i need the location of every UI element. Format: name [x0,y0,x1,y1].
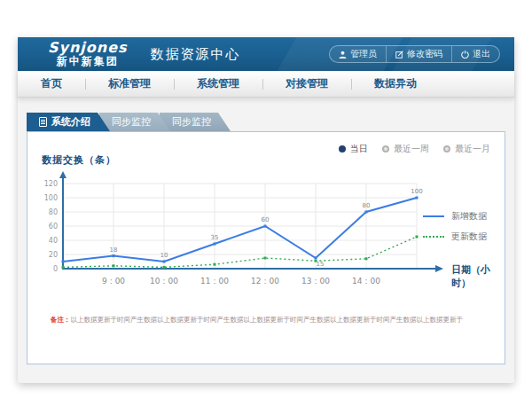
power-icon [461,51,469,59]
app-header: Synjones 新中新集团 数据资源中心 管理员 修改密码 退出 [18,37,514,71]
svg-text:12：00: 12：00 [251,277,279,286]
user-icon [339,51,347,59]
time-range-filter: 当日 最近一周 最近一月 [339,143,490,155]
main-nav: 首页 标准管理 系统管理 对接管理 数据异动 [18,71,514,98]
svg-text:60: 60 [262,216,270,223]
svg-text:13：00: 13：00 [301,277,330,286]
edit-icon [395,51,403,59]
user-label: 管理员 [350,48,377,60]
radio-label: 最近一周 [394,143,429,155]
logo-text-en: Synjones [48,41,128,56]
app-window: Synjones 新中新集团 数据资源中心 管理员 修改密码 退出 [18,37,514,383]
svg-text:80: 80 [363,202,371,209]
svg-text:18: 18 [110,246,118,254]
svg-text:80: 80 [49,208,58,216]
legend-item-updated-data: 更新数据 [423,231,487,243]
nav-item-standard-mgmt[interactable]: 标准管理 [85,76,174,91]
svg-text:14：00: 14：00 [352,277,380,286]
tab-label: 同步监控 [172,115,211,129]
logo-text-cn: 新中新集团 [48,56,128,67]
svg-text:11：00: 11：00 [200,277,229,286]
svg-text:9：00: 9：00 [102,277,125,286]
legend-item-new-data: 新增数据 [423,210,487,223]
svg-text:15: 15 [317,261,325,268]
current-user-button[interactable]: 管理员 [330,46,386,62]
svg-text:0: 0 [53,265,58,273]
line-chart: 0204060801001209：0010：0011：0012：0013：001… [42,169,450,288]
svg-text:100: 100 [44,194,58,202]
chart-legend: 新增数据 更新数据 [423,210,487,243]
logout-label: 退出 [473,48,490,60]
solid-line-icon [423,215,444,217]
legend-label: 更新数据 [451,231,487,243]
tab-label: 同步监控 [112,115,151,129]
svg-text:100: 100 [411,188,422,195]
change-password-button[interactable]: 修改密码 [386,46,451,62]
tab-label: 系统介绍 [51,115,90,129]
svg-text:120: 120 [44,180,58,188]
content-panel: 当日 最近一周 最近一月 数据交换（条） 0204060801001209：00… [27,131,505,364]
footnote: 备注：以上数据更新于时间产生数据以上数据更新于时间产生数据以上数据更新于时间产生… [51,315,494,325]
tab-bar: 系统介绍 同步监控 同步监控 [27,113,231,131]
company-logo: Synjones 新中新集团 [48,41,128,66]
radio-dot-icon [382,145,389,153]
radio-today[interactable]: 当日 [339,143,368,155]
svg-text:10: 10 [160,252,168,259]
svg-text:60: 60 [49,223,58,231]
nav-item-data-change[interactable]: 数据异动 [351,76,440,91]
svg-text:20: 20 [49,251,58,259]
document-icon [39,117,47,127]
radio-dot-icon [339,145,346,153]
nav-item-home[interactable]: 首页 [18,76,85,91]
tab-sync-monitor-2[interactable]: 同步监控 [160,113,231,131]
tab-system-intro[interactable]: 系统介绍 [27,113,110,131]
radio-label: 当日 [350,143,368,155]
footnote-label: 备注： [51,316,71,324]
y-axis-title: 数据交换（条） [42,153,116,167]
nav-item-system-mgmt[interactable]: 系统管理 [174,76,262,91]
radio-label: 最近一月 [455,143,490,155]
radio-last-week[interactable]: 最近一周 [382,143,429,155]
legend-label: 新增数据 [451,210,487,223]
logout-button[interactable]: 退出 [451,46,499,62]
tab-sync-monitor-1[interactable]: 同步监控 [99,113,170,131]
dotted-line-icon [423,236,444,238]
svg-text:40: 40 [49,237,58,245]
svg-text:35: 35 [211,234,219,241]
change-password-label: 修改密码 [407,48,442,60]
footnote-text: 以上数据更新于时间产生数据以上数据更新于时间产生数据以上数据更新于时间产生数据以… [71,316,464,324]
user-menu: 管理员 修改密码 退出 [329,45,500,63]
radio-dot-icon [443,145,450,153]
x-axis-title: 日期（小时） [451,263,505,290]
svg-text:10：00: 10：00 [150,277,178,286]
radio-last-month[interactable]: 最近一月 [443,143,490,155]
page-title: 数据资源中心 [151,46,241,63]
nav-item-integration-mgmt[interactable]: 对接管理 [262,76,351,91]
